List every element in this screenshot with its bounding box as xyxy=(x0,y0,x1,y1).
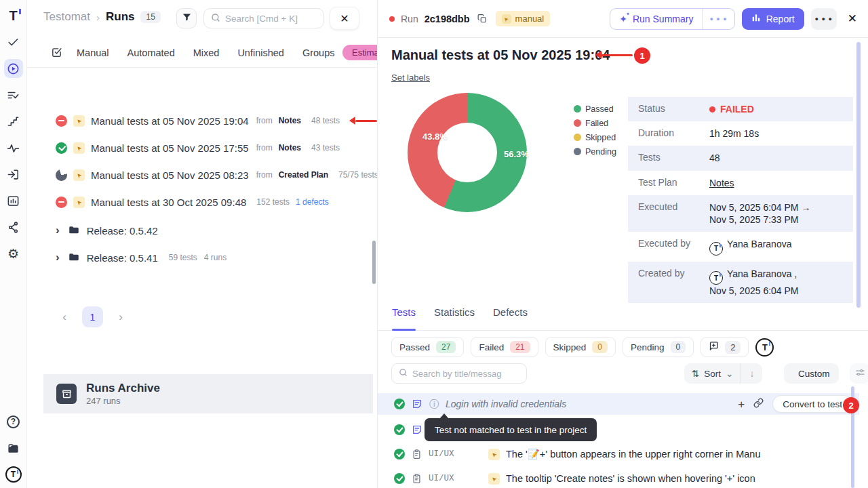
copy-icon[interactable] xyxy=(477,14,487,24)
chevron-right-icon[interactable]: › xyxy=(56,251,60,264)
tab-unfinished[interactable]: Unfinished xyxy=(237,47,284,58)
user-avatar[interactable]: T xyxy=(4,465,23,484)
branch-icon[interactable] xyxy=(4,218,23,237)
legend-item-pending: Pending xyxy=(574,144,616,159)
help-icon[interactable]: ? xyxy=(4,412,23,431)
more-actions-button[interactable]: ● ● ● xyxy=(811,8,837,30)
test-title[interactable]: Login with invalid credentials xyxy=(446,399,566,409)
steps-icon[interactable] xyxy=(4,112,23,131)
tab-statistics[interactable]: Statistics xyxy=(434,306,475,330)
test-title[interactable]: The '📝+' button appears in the upper rig… xyxy=(506,449,760,460)
runs-search[interactable] xyxy=(203,8,324,28)
tab-tests[interactable]: Tests xyxy=(392,306,416,330)
runs-archive-banner[interactable]: Runs Archive 247 runs xyxy=(43,374,373,413)
pagination: ‹ 1 › xyxy=(56,306,130,327)
breadcrumb-section[interactable]: Runs xyxy=(106,10,135,24)
assignee-avatar[interactable]: T xyxy=(755,338,774,357)
run-detail-panel: Run 2c198dbb ➤ manual ✦✦ Run Summary ● ●… xyxy=(377,0,868,488)
annotation-badge-1: 1 xyxy=(634,47,650,64)
chip-comments[interactable]: 2 xyxy=(701,337,749,357)
tests-search[interactable] xyxy=(391,363,527,384)
run-title[interactable]: Manual tests at 30 Oct 2025 09:48 xyxy=(91,197,246,208)
archive-count: 247 runs xyxy=(86,396,160,406)
status-filter-chips: Passed27 Failed21 Skipped0 Pending0 2 T xyxy=(391,337,774,357)
release-folder-row[interactable]: › Release: 0.5.41 59 tests 4 runs xyxy=(27,244,377,271)
bar-chart-icon xyxy=(751,13,761,24)
run-defects-link[interactable]: 1 defects xyxy=(296,197,329,207)
run-title[interactable]: Manual tests at 05 Nov 2025 17:55 xyxy=(91,142,249,154)
test-row[interactable]: UI/UX ➤ The tooltip 'Create notes' is sh… xyxy=(378,468,859,488)
test-row[interactable]: UI/UX ➤ The '📝+' button appears in the u… xyxy=(378,443,859,465)
folder-title[interactable]: Release: 0.5.41 xyxy=(87,252,158,264)
tab-defects[interactable]: Defects xyxy=(493,306,528,330)
release-folder-row[interactable]: › Release: 0.5.42 xyxy=(27,217,377,244)
test-plans-icon[interactable] xyxy=(4,85,23,104)
test-title[interactable]: The tooltip 'Create notes' is shown when… xyxy=(506,473,755,484)
sort-direction-button[interactable]: ↓ xyxy=(741,368,762,379)
chip-failed[interactable]: Failed21 xyxy=(471,337,538,357)
info-icon: ⓘ xyxy=(429,399,439,409)
note-icon xyxy=(412,424,422,435)
runs-search-input[interactable] xyxy=(225,14,317,24)
reports-icon[interactable] xyxy=(4,191,23,210)
activity-pulse-icon[interactable] xyxy=(4,138,23,157)
comment-plus-icon xyxy=(709,341,719,353)
select-all-icon[interactable] xyxy=(51,47,62,58)
chip-skipped[interactable]: Skipped0 xyxy=(545,337,616,357)
tab-groups[interactable]: Groups xyxy=(302,47,335,58)
tab-manual[interactable]: Manual xyxy=(77,47,109,58)
run-title[interactable]: Manual tests at 05 Nov 2025 08:23 xyxy=(91,169,249,181)
runs-nav-icon[interactable] xyxy=(4,59,23,78)
set-labels-link[interactable]: Set labels xyxy=(391,73,430,83)
projects-folder-icon[interactable] xyxy=(4,439,23,458)
tooltip: Test not matched to test in the project xyxy=(425,418,597,441)
tasks-check-icon[interactable] xyxy=(4,33,23,52)
link-icon[interactable] xyxy=(753,398,764,410)
settings-gear-icon[interactable]: ⚙ xyxy=(4,244,23,263)
pagination-next-icon[interactable]: › xyxy=(112,310,130,324)
detail-scrollbar[interactable] xyxy=(856,42,861,308)
pagination-prev-icon[interactable]: ‹ xyxy=(56,310,73,324)
detail-close-icon[interactable]: ✕ xyxy=(848,12,857,26)
import-icon[interactable] xyxy=(4,165,23,184)
app-logo-icon[interactable]: T xyxy=(4,6,23,25)
chip-passed[interactable]: Passed27 xyxy=(391,337,464,357)
run-row[interactable]: ➤ Manual tests at 05 Nov 2025 17:55 from… xyxy=(27,134,377,161)
runs-list: ➤ Manual tests at 05 Nov 2025 19:04 from… xyxy=(27,107,377,271)
test-plan-link[interactable]: Notes xyxy=(709,177,734,189)
sort-button[interactable]: ⇅ Sort ⌄ xyxy=(684,368,741,379)
info-row-tests: Tests 48 xyxy=(628,146,853,170)
status-failed-value: FAILED xyxy=(709,103,754,115)
tests-search-input[interactable] xyxy=(412,369,519,379)
run-row[interactable]: ➤ Manual tests at 05 Nov 2025 08:23 from… xyxy=(27,161,377,188)
panel-divider-scrollbar[interactable] xyxy=(372,241,376,284)
run-title[interactable]: Manual tests at 05 Nov 2025 19:04 xyxy=(91,115,249,127)
add-icon[interactable]: + xyxy=(738,399,745,410)
run-summary-more-button[interactable]: ● ● ● xyxy=(702,9,734,29)
pagination-page-1[interactable]: 1 xyxy=(82,306,103,327)
run-row[interactable]: ➤ Manual tests at 30 Oct 2025 09:48 152 … xyxy=(27,188,377,216)
folder-title[interactable]: Release: 0.5.42 xyxy=(87,225,158,237)
breadcrumb-project[interactable]: Testomat xyxy=(43,10,90,24)
runs-header: Testomat › Runs 15 ✕ xyxy=(27,0,377,38)
panel-close-button[interactable]: ✕ xyxy=(330,7,359,30)
donut-failed-label: 43.8% xyxy=(422,131,448,142)
tab-mixed[interactable]: Mixed xyxy=(193,47,220,58)
legend-dot-failed xyxy=(574,119,581,127)
convert-to-test-button[interactable]: Convert to test xyxy=(772,395,852,413)
chip-pending[interactable]: Pending0 xyxy=(623,337,694,357)
custom-view-button[interactable]: Custom xyxy=(784,363,839,384)
tab-estimate-badge[interactable]: Estima xyxy=(342,45,377,60)
chevron-right-icon[interactable]: › xyxy=(56,224,60,237)
filter-button[interactable] xyxy=(176,8,197,28)
archive-title[interactable]: Runs Archive xyxy=(86,382,160,395)
run-row[interactable]: ➤ Manual tests at 05 Nov 2025 19:04 from… xyxy=(27,107,377,134)
tab-automated[interactable]: Automated xyxy=(127,47,175,58)
info-row-executed: Executed Nov 5, 2025 6:04 PM →Nov 5, 202… xyxy=(628,195,853,232)
chevron-down-icon: ⌄ xyxy=(726,368,733,379)
run-summary-button[interactable]: ✦✦ Run Summary xyxy=(610,14,702,24)
report-button[interactable]: Report xyxy=(742,8,804,30)
columns-settings-button[interactable] xyxy=(850,363,868,384)
sparkles-icon: ✦✦ xyxy=(619,14,627,24)
test-row[interactable]: ⓘ Login with invalid credentials + Conve… xyxy=(378,393,859,415)
